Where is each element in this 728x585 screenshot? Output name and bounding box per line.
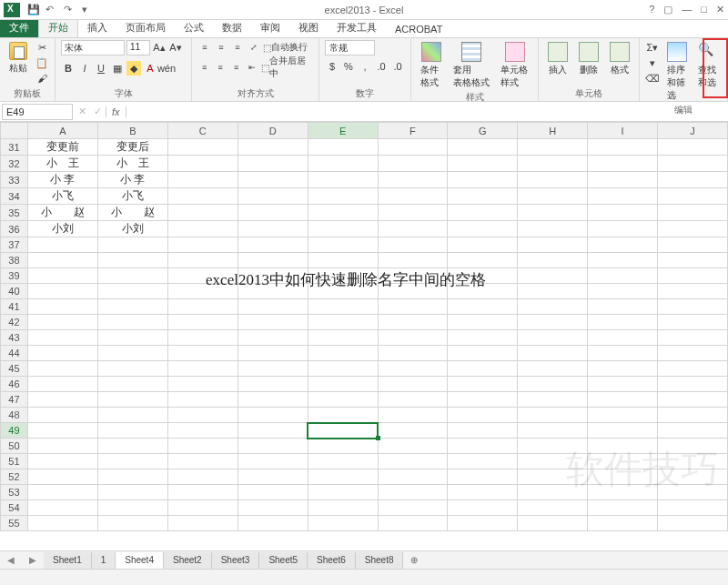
cell-E45[interactable] (308, 361, 378, 377)
cell-D35[interactable] (238, 205, 308, 221)
ribbon-options-icon[interactable]: ▢ (663, 4, 672, 15)
cell-H43[interactable] (518, 330, 588, 346)
cell-G52[interactable] (448, 469, 518, 485)
cell-C32[interactable] (167, 156, 238, 172)
cell-A34[interactable]: 小飞 (27, 188, 97, 205)
cell-E55[interactable] (308, 516, 378, 531)
cell-A37[interactable] (27, 237, 97, 253)
cell-I31[interactable] (588, 139, 658, 156)
cell-A52[interactable] (27, 469, 97, 485)
cell-G47[interactable] (448, 392, 518, 408)
cell-B37[interactable] (97, 237, 167, 253)
row-header-49[interactable]: 49 (1, 423, 28, 439)
cell-B53[interactable] (97, 485, 167, 500)
cell-B34[interactable]: 小飞 (97, 188, 167, 205)
cell-A47[interactable] (27, 392, 97, 408)
sheet-tab-Sheet6[interactable]: Sheet6 (308, 552, 356, 569)
cell-E53[interactable] (308, 485, 378, 500)
cell-C33[interactable] (167, 172, 238, 188)
cell-I43[interactable] (588, 330, 658, 346)
cell-A49[interactable] (27, 423, 97, 439)
cell-C53[interactable] (167, 485, 238, 500)
cell-G48[interactable] (448, 408, 518, 423)
cell-I48[interactable] (588, 408, 658, 423)
cell-G31[interactable] (448, 139, 518, 156)
cell-H34[interactable] (518, 188, 588, 205)
font-color-button[interactable]: A (143, 61, 157, 76)
cell-D42[interactable] (238, 315, 308, 330)
cell-J46[interactable] (658, 377, 728, 392)
cell-B41[interactable] (97, 299, 167, 315)
clear-icon[interactable]: ⌫ (645, 71, 660, 86)
cell-I45[interactable] (588, 361, 658, 377)
cell-H37[interactable] (518, 237, 588, 253)
minimize-icon[interactable]: — (682, 4, 692, 15)
border-button[interactable]: ▦ (110, 61, 125, 76)
sheet-nav-prev-icon[interactable]: ◀ (0, 555, 22, 565)
cell-D34[interactable] (238, 188, 308, 205)
row-header-35[interactable]: 35 (1, 205, 28, 221)
align-center-icon[interactable]: ≡ (213, 60, 227, 75)
cell-F49[interactable] (378, 423, 448, 439)
bold-button[interactable]: B (61, 61, 76, 76)
currency-icon[interactable]: $ (325, 59, 339, 74)
cell-H46[interactable] (518, 377, 588, 392)
cell-D52[interactable] (238, 469, 308, 485)
cell-B49[interactable] (97, 423, 167, 439)
cell-H47[interactable] (518, 392, 588, 408)
cell-F37[interactable] (378, 237, 448, 253)
cell-A45[interactable] (27, 361, 97, 377)
cell-D45[interactable] (238, 361, 308, 377)
cell-F44[interactable] (378, 346, 448, 361)
row-header-33[interactable]: 33 (1, 172, 28, 188)
cell-A44[interactable] (27, 346, 97, 361)
phonetic-button[interactable]: wén (159, 61, 174, 76)
sheet-tab-Sheet4[interactable]: Sheet4 (116, 552, 164, 569)
cell-D50[interactable] (238, 439, 308, 454)
col-header-H[interactable]: H (518, 123, 588, 139)
row-header-46[interactable]: 46 (1, 377, 28, 392)
cell-H36[interactable] (518, 221, 588, 237)
cell-F51[interactable] (378, 454, 448, 469)
cell-D37[interactable] (238, 237, 308, 253)
row-header-50[interactable]: 50 (1, 439, 28, 454)
cell-J51[interactable] (658, 454, 728, 469)
sheet-tab-Sheet1[interactable]: Sheet1 (44, 552, 92, 569)
cell-J53[interactable] (658, 485, 728, 500)
cell-C45[interactable] (167, 361, 238, 377)
align-bottom-icon[interactable]: ≡ (230, 40, 245, 55)
cell-G43[interactable] (448, 330, 518, 346)
cell-I37[interactable] (588, 237, 658, 253)
cell-D33[interactable] (238, 172, 308, 188)
name-box[interactable]: E49 (2, 104, 73, 120)
cell-J45[interactable] (658, 361, 728, 377)
align-right-icon[interactable]: ≡ (229, 60, 243, 75)
insert-cells-button[interactable]: 插入 (544, 40, 571, 78)
cell-H45[interactable] (518, 361, 588, 377)
cell-H40[interactable] (518, 284, 588, 299)
cell-E46[interactable] (308, 377, 378, 392)
cell-J55[interactable] (658, 516, 728, 531)
select-all-corner[interactable] (1, 123, 28, 139)
cell-E37[interactable] (308, 237, 378, 253)
cell-A36[interactable]: 小刘 (27, 221, 97, 237)
sort-filter-button[interactable]: 排序和筛选 (663, 40, 691, 104)
col-header-C[interactable]: C (167, 123, 238, 139)
cell-G50[interactable] (448, 439, 518, 454)
cell-J34[interactable] (658, 188, 728, 205)
row-header-55[interactable]: 55 (1, 516, 28, 531)
enter-formula-icon[interactable]: ✓ (90, 106, 106, 117)
cell-J48[interactable] (658, 408, 728, 423)
cell-J50[interactable] (658, 439, 728, 454)
fx-button[interactable]: fx (106, 106, 126, 117)
cell-B38[interactable] (97, 253, 167, 268)
cell-J37[interactable] (658, 237, 728, 253)
cell-A55[interactable] (27, 516, 97, 531)
cell-B32[interactable]: 小 王 (97, 156, 167, 172)
format-painter-icon[interactable]: 🖌 (35, 71, 49, 86)
cell-C38[interactable] (167, 253, 238, 268)
cell-G42[interactable] (448, 315, 518, 330)
cell-A53[interactable] (27, 485, 97, 500)
cell-F34[interactable] (378, 188, 448, 205)
cell-F48[interactable] (378, 408, 448, 423)
